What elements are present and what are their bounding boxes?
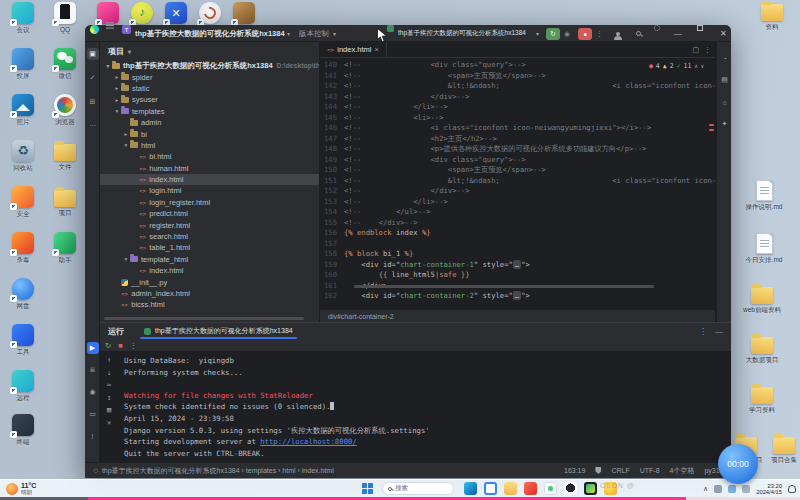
tree-item-bi[interactable]: ▸bi [100, 128, 319, 139]
editor-breadcrumb[interactable]: div#chart-container-2 [320, 309, 715, 322]
notification-center-icon[interactable] [788, 485, 796, 493]
desktop-icon-browser[interactable]: 浏览器 [45, 94, 85, 125]
tray-icon[interactable] [728, 485, 736, 493]
code-line[interactable]: 144<!-- </li>--> [320, 102, 715, 113]
soft-wrap-icon[interactable]: ≈ [107, 381, 111, 389]
desktop-icon-meeting[interactable]: 会议 [3, 2, 43, 33]
code-line[interactable]: 147<!-- <h2>主页</h2>--> [320, 134, 715, 145]
indent-setting[interactable]: 4个空格 [670, 466, 695, 476]
minimize-button[interactable]: — [674, 25, 682, 42]
tab-close-icon[interactable]: × [374, 46, 378, 53]
next-problem-icon[interactable]: ∨ [701, 63, 704, 69]
highlighting-shield-icon[interactable] [595, 467, 601, 474]
taskbar-music[interactable] [524, 482, 537, 495]
desktop-icon-folder-bigdata[interactable]: 大数据项目 [742, 333, 782, 363]
run-panel-hide-icon[interactable]: — [715, 327, 723, 336]
prev-problem-icon[interactable]: ∧ [694, 63, 697, 69]
desktop-icon-security[interactable]: 安全 [3, 186, 43, 217]
code-editor[interactable]: ●4 ▲2 ✓11 ∧ ∨ 140<!-- <div class="query"… [320, 58, 715, 304]
close-button[interactable]: ✕ [720, 25, 727, 42]
tree-item-human.html[interactable]: <>human.html [100, 163, 319, 174]
code-line[interactable]: 146<!-- <i class="iconfont icon-neiwangy… [320, 123, 715, 134]
tree-item-login_register.html[interactable]: <>login_register.html [100, 197, 319, 208]
desktop-icon-doc-plan[interactable]: 今日安排.md [744, 233, 784, 263]
caret-position[interactable]: 163:19 [564, 467, 585, 474]
stop-icon[interactable]: ■ [118, 341, 123, 350]
title-bar[interactable]: T thp基于疾控大数据的可视化分析系统hx1384 ▾ 版本控制 ▾ thp基… [85, 25, 731, 42]
code-line[interactable]: 162 <div id="chart-container-2" style="…… [320, 291, 715, 302]
debug-button[interactable]: ◉ [564, 25, 570, 42]
search-everywhere-icon[interactable] [636, 25, 641, 42]
code-line[interactable]: 149<!-- <div class="query">--> [320, 155, 715, 166]
console-more-icon[interactable]: ⋮ [130, 341, 138, 350]
tray-icon[interactable] [742, 485, 750, 493]
taskbar-edge[interactable] [464, 482, 477, 495]
run-console[interactable]: ↑↓≈↧▤✕ Using DataBase: yiqingdbPerformin… [100, 352, 731, 462]
tree-item-template_html[interactable]: ▾template_html [100, 254, 319, 265]
scroll-to-end-icon[interactable]: ↧ [107, 394, 111, 402]
run-config-name[interactable]: thp基于疾控大数据的可视化分析系统hx1384 [398, 25, 526, 42]
ai-assistant-icon[interactable]: ✦ [719, 118, 731, 130]
tree-item-admin[interactable]: admin [100, 117, 319, 128]
tree-item-spider[interactable]: ▸spider [100, 71, 319, 82]
desktop-icon-remote[interactable]: 远程 [3, 370, 43, 401]
database-icon[interactable]: ⌂ [719, 96, 731, 108]
start-button[interactable] [362, 483, 373, 494]
split-editor-icon[interactable]: ▢ [692, 46, 699, 54]
code-line[interactable]: 159 <div id="chart-container-1" style="…… [320, 260, 715, 271]
code-line[interactable]: 150<!-- <span>主页预览</span>--> [320, 165, 715, 176]
desktop-icon-assistant[interactable]: 助手 [45, 232, 85, 263]
vcs-widget[interactable]: 版本控制 [299, 25, 329, 42]
tree-item-thp基于疾控大数据的可视化分析系统hx1384[interactable]: ▾thp基于疾控大数据的可视化分析系统hx1384D:\desktop\thp基… [100, 60, 319, 71]
tree-item-templates[interactable]: ▾templates [100, 106, 319, 117]
desktop-icon-files-folder[interactable]: 文件 [45, 140, 85, 170]
scroll-up-icon[interactable]: ↑ [107, 356, 111, 364]
desktop-icon-wechat[interactable]: 微信 [45, 48, 85, 79]
tree-item-admin_index.html[interactable]: <>admin_index.html [100, 288, 319, 299]
desktop-icon-devtool[interactable]: 工具 [3, 324, 43, 355]
desktop-icon-antivirus[interactable]: 杀毒 [3, 232, 43, 263]
code-line[interactable]: 158{% block bi_1 %} [320, 249, 715, 260]
tree-item-__init__.py[interactable]: __init__.py [100, 276, 319, 287]
project-tool-icon[interactable]: ▣ [87, 48, 99, 60]
print-icon[interactable]: ▤ [107, 406, 111, 414]
error-stripe-mark[interactable] [709, 124, 714, 126]
rerun-icon[interactable]: ↻ [105, 341, 111, 350]
inspections-widget[interactable]: ●4 ▲2 ✓11 ∧ ∨ [646, 61, 707, 71]
code-line[interactable]: 160 {{ line_html5|safe }} [320, 270, 715, 281]
tree-item-bi.html[interactable]: <>bi.html [100, 151, 319, 162]
project-hscrollbar[interactable] [104, 317, 304, 320]
clear-console-icon[interactable]: ✕ [107, 419, 111, 427]
commit-tool-icon[interactable]: ✓ [87, 72, 99, 84]
documentation-icon[interactable]: ▤ [719, 74, 731, 86]
server-url-link[interactable]: http://localhost:8000/ [260, 437, 357, 446]
tree-item-bicss.html[interactable]: <>bicss.html [100, 299, 319, 310]
tray-icon[interactable] [714, 485, 722, 493]
notifications-icon[interactable]: ◔ [719, 52, 731, 64]
stop-button[interactable]: ■ [578, 28, 592, 40]
desktop-icon-folder-collect[interactable]: 项目合集 [764, 433, 800, 463]
tree-item-html[interactable]: ▾html [100, 140, 319, 151]
tree-item-index.html[interactable]: <>index.html [100, 265, 319, 276]
taskbar-pycharm[interactable] [584, 482, 597, 495]
error-stripe-mark[interactable] [709, 129, 714, 131]
desktop-icon-terminal-app[interactable]: 终端 [3, 414, 43, 445]
desktop-icon-qq[interactable]: QQ [45, 2, 85, 33]
taskbar-explorer[interactable] [504, 482, 517, 495]
code-line[interactable]: 148<!-- <p>提供各种疾控大数据的可视化分析系统多功能建议方向</p>-… [320, 144, 715, 155]
tree-item-sysuser[interactable]: ▸sysuser [100, 94, 319, 105]
status-breadcrumb[interactable]: ⊙ thp基于疾控大数据的可视化分析系统hx1384 › templates ›… [93, 466, 334, 476]
taskbar-weather[interactable]: 11°C 晴朗 [6, 482, 36, 495]
run-process-tab[interactable]: thp基于疾控大数据的可视化分析系统hx1384 [138, 323, 299, 339]
tree-item-table_1.html[interactable]: <>table_1.html [100, 242, 319, 253]
recording-timer[interactable]: 00:00 [718, 444, 758, 484]
tree-item-search.html[interactable]: <>search.html [100, 231, 319, 242]
tree-item-static[interactable]: ▸static [100, 83, 319, 94]
line-separator[interactable]: CRLF [611, 467, 629, 474]
editor-hscrollbar[interactable] [354, 285, 654, 288]
code-line[interactable]: 142<!-- &lt;!&ndash; <i class="iconfont … [320, 81, 715, 92]
project-panel-header[interactable]: 项目 ▾ [100, 42, 319, 60]
desktop-icon-project-folder[interactable]: 项目 [45, 186, 85, 216]
scroll-down-icon[interactable]: ↓ [107, 369, 111, 377]
more-tools-icon[interactable]: ⋯ [87, 120, 99, 132]
